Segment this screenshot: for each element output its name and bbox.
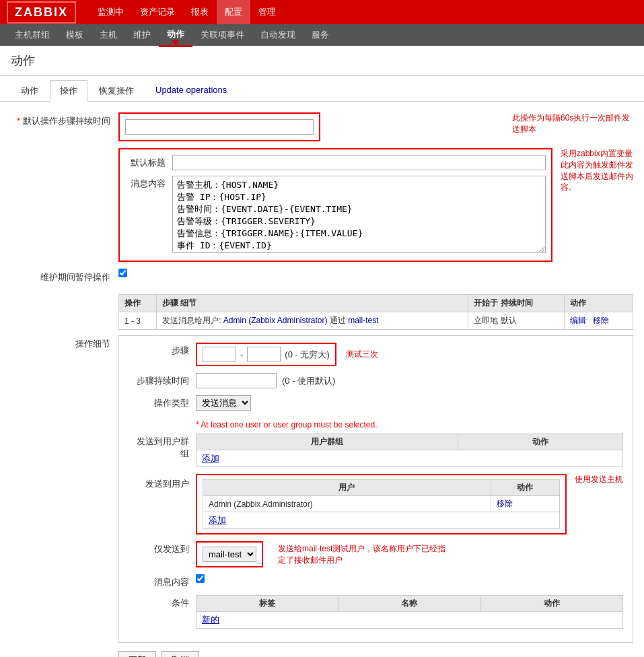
user-col-name: 用户	[203, 480, 491, 496]
group-add-row: 添加	[196, 450, 623, 467]
steps-row-container: 步骤 1 - 3 (0 - 无穷大) 测试三次	[129, 343, 623, 366]
op-type-select[interactable]: 发送消息	[196, 395, 251, 411]
send-only-select[interactable]: mail-test	[203, 547, 256, 562]
user-table-row: Admin (Zabbix Administrator) 移除	[203, 496, 560, 512]
send-group-row: 发送到用户群组 用户群组 动作	[129, 434, 623, 467]
subject-label: 默认标题	[125, 155, 172, 169]
send-only-label: 仅发送到	[129, 541, 196, 555]
send-user-label: 发送到用户	[129, 474, 196, 490]
annotation-mail-test: 发送给mail-test测试用户，该名称用户下已经指定了接收邮件用户	[278, 543, 453, 566]
page-title: 动作	[11, 53, 633, 69]
nav-reports[interactable]: 报表	[183, 0, 217, 24]
steps-label: 步骤	[129, 343, 196, 357]
cond-col-name: 名称	[338, 596, 480, 612]
nav-actions[interactable]: 动作	[159, 24, 192, 47]
nav-monitor[interactable]: 监测中	[90, 0, 132, 24]
error-msg: * At least one user or user group must b…	[196, 420, 377, 429]
pause-checkbox[interactable]	[118, 269, 127, 277]
bottom-buttons: 更新 取消	[118, 651, 633, 657]
step-duration-input[interactable]: 0	[196, 373, 277, 388]
ops-table-label	[11, 291, 118, 294]
step-duration-hint: (0 - 使用默认)	[282, 375, 335, 387]
cond-col-tag: 标签	[196, 596, 338, 612]
tab-update-ops[interactable]: Update operations	[145, 80, 237, 101]
users-red-box: 用户 动作 Admin (Zabbix Administrator) 移除	[196, 474, 567, 534]
message-label: 消息内容	[125, 176, 172, 190]
edit-link[interactable]: 编辑	[570, 316, 586, 325]
second-navigation: 主机群组 模板 主机 维护 动作 关联项事件 自动发现 服务	[0, 24, 644, 46]
ops-detail-label: 操作细节	[11, 335, 118, 350]
logo: ZABBIX	[7, 1, 76, 24]
msg-content-label: 消息内容	[129, 574, 196, 588]
message-textarea[interactable]: 告警主机：{HOST.NAME} 告警 IP：{HOST.IP} 告警时间：{E…	[172, 176, 546, 253]
tab-bar: 动作 操作 恢复操作 Update operations	[0, 76, 644, 102]
add-user-row: 添加	[203, 512, 560, 529]
op-type-row: 操作类型 发送消息	[129, 395, 623, 411]
step-duration-row: 步骤持续时间 0 (0 - 使用默认)	[129, 373, 623, 388]
steps-from-input[interactable]: 1	[203, 347, 236, 362]
user-name: Admin (Zabbix Administrator)	[203, 496, 491, 512]
duration-label: 默认操作步骤持续时间	[11, 112, 118, 127]
col-steps-detail: 步骤 细节	[157, 295, 468, 312]
add-user-link[interactable]: 添加	[209, 515, 226, 525]
user-link[interactable]: Admin (Zabbix Administrator)	[223, 316, 328, 325]
duration-box: 60s	[118, 112, 320, 141]
annotation-steps: 测试三次	[346, 349, 378, 360]
conditions-table: 标签 名称 动作 新的	[196, 595, 623, 629]
group-col-name: 用户群组	[196, 434, 458, 450]
nav-autodiscovery[interactable]: 自动发现	[252, 24, 303, 46]
update-button[interactable]: 更新	[118, 651, 156, 657]
conditions-row: 条件 标签 名称 动作	[129, 595, 623, 629]
nav-admin[interactable]: 管理	[250, 0, 284, 24]
conditions-label: 条件	[129, 595, 196, 609]
group-col-action: 动作	[458, 434, 622, 450]
duration-input[interactable]: 60s	[125, 119, 314, 135]
pause-label: 维护期间暂停操作	[11, 269, 118, 283]
table-row: 1 - 3 发送消息给用户: Admin (Zabbix Administrat…	[119, 312, 633, 330]
nav-assets[interactable]: 资产记录	[132, 0, 183, 24]
msg-content-checkbox[interactable]	[196, 574, 205, 583]
user-col-action: 动作	[491, 480, 559, 496]
users-table: 用户 动作 Admin (Zabbix Administrator) 移除	[203, 479, 560, 529]
nav-event-correlation[interactable]: 关联项事件	[192, 24, 252, 46]
media-link[interactable]: mail-test	[348, 316, 378, 325]
step-duration-label: 步骤持续时间	[129, 373, 196, 387]
add-group-link[interactable]: 添加	[202, 453, 219, 463]
nav-templates[interactable]: 模板	[58, 24, 92, 46]
main-content: 默认操作步骤持续时间 60s 此操作为每隔60s执行一次邮件发送脚本 默认标题 …	[0, 102, 644, 657]
steps-hint: (0 - 无穷大)	[285, 349, 329, 361]
nav-config[interactable]: 配置	[217, 0, 250, 24]
steps-to-input[interactable]: 3	[247, 347, 281, 362]
op-type-label: 操作类型	[129, 395, 196, 409]
tab-actions[interactable]: 动作	[11, 80, 48, 101]
nav-services[interactable]: 服务	[303, 24, 337, 46]
subject-input[interactable]: {TRIGGER.STATUS}:{TRIGGER.NAME}	[172, 155, 546, 170]
top-navigation: ZABBIX 监测中 资产记录 报表 配置 管理	[0, 0, 644, 24]
annotation-variables: 采用zabbix内置变量 此内容为触发邮件发 送脚本后发送邮件内 容。	[561, 148, 633, 193]
ops-row-timing: 立即地 默认	[468, 312, 565, 330]
cond-col-action: 动作	[480, 596, 622, 612]
send-user-row: 发送到用户 用户 动作	[129, 474, 623, 534]
remove-link[interactable]: 移除	[593, 316, 609, 325]
steps-box: 1 - 3 (0 - 无穷大)	[196, 343, 336, 366]
nav-hostgroup[interactable]: 主机群组	[7, 24, 58, 46]
msg-content-row: 消息内容	[129, 574, 623, 588]
send-only-row: 仅发送到 mail-test 发送给mail-test测试用户，该名称用户下已经…	[129, 541, 623, 567]
ops-row-range: 1 - 3	[119, 312, 157, 330]
send-only-box: mail-test	[196, 541, 263, 567]
annotation-send-machine: 使用发送主机	[575, 474, 623, 485]
cancel-button[interactable]: 取消	[162, 651, 199, 657]
col-ops: 操作	[119, 295, 157, 312]
nav-maintenance[interactable]: 维护	[125, 24, 159, 46]
add-cond-row: 新的	[196, 612, 623, 629]
tab-recovery[interactable]: 恢复操作	[89, 80, 144, 101]
remove-user-link[interactable]: 移除	[497, 499, 513, 508]
groups-table: 用户群组 动作 添加	[196, 434, 623, 467]
add-cond-link[interactable]: 新的	[202, 615, 219, 625]
tab-operations[interactable]: 操作	[50, 80, 87, 102]
ops-detail-panel: 步骤 1 - 3 (0 - 无穷大) 测试三次 步骤持续时间	[118, 335, 633, 643]
ops-row-detail: 发送消息给用户: Admin (Zabbix Administrator) 通过…	[157, 312, 468, 330]
col-timing: 开始于 持续时间	[468, 295, 565, 312]
nav-hosts[interactable]: 主机	[92, 24, 125, 46]
page-title-bar: 动作	[0, 46, 644, 76]
